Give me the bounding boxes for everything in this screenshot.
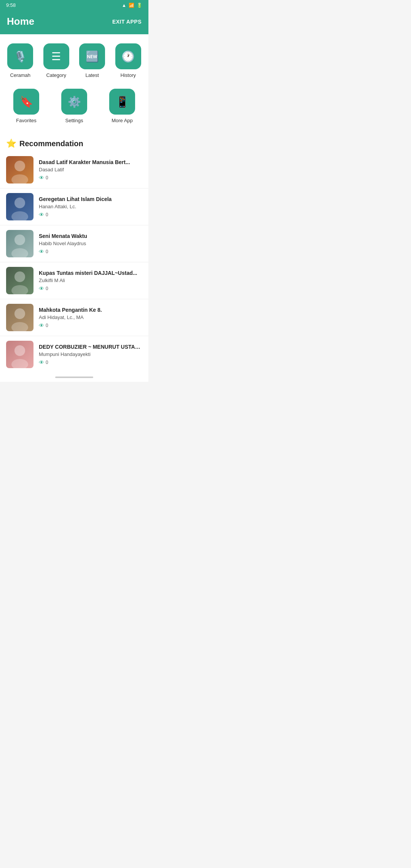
list-author-3: Zulkifli M Ali (39, 278, 142, 283)
menu-item-category[interactable]: ☰ Category (39, 40, 74, 81)
list-title-3: Kupas Tuntas misteri DAJJAL~Ustad... (39, 270, 142, 276)
exit-apps-button[interactable]: EXIT APPS (112, 19, 142, 25)
svg-point-3 (11, 211, 28, 220)
eye-icon-3: 👁 (39, 286, 44, 292)
category-label: Category (46, 72, 66, 78)
svg-point-9 (11, 322, 28, 331)
list-info-4: Mahkota Pengantin Ke 8. Adi Hidayat, Lc.… (39, 307, 142, 329)
svg-point-4 (14, 235, 25, 245)
svg-point-8 (14, 308, 25, 319)
view-count-2: 0 (46, 249, 48, 254)
history-label: History (121, 72, 136, 78)
settings-label: Settings (65, 118, 83, 123)
status-time: 9:58 (6, 2, 16, 8)
star-icon: ⭐ (6, 139, 16, 148)
list-author-4: Adi Hidayat, Lc., MA (39, 314, 142, 320)
view-count-0: 0 (46, 175, 48, 180)
recommendation-list: Dasad Latif Karakter Manusia Bert... Das… (0, 152, 148, 373)
list-info-0: Dasad Latif Karakter Manusia Bert... Das… (39, 159, 142, 181)
list-item-5[interactable]: DEDY CORBUZIER ~ MENURUT USTADZ... Mumpu… (0, 336, 148, 373)
menu-item-latest[interactable]: 🆕 Latest (75, 40, 110, 81)
list-title-4: Mahkota Pengantin Ke 8. (39, 307, 142, 313)
recommendation-title: Recommendation (19, 139, 83, 148)
view-count-5: 0 (46, 360, 48, 365)
settings-icon-box: ⚙️ (61, 89, 87, 115)
list-thumb-3 (6, 267, 33, 294)
menu-item-history[interactable]: 🕐 History (111, 40, 146, 81)
view-count-1: 0 (46, 212, 48, 217)
list-item-2[interactable]: Seni Menata Waktu Habib Novel Alaydrus 👁… (0, 225, 148, 262)
list-views-1: 👁 0 (39, 212, 142, 218)
list-thumb-4 (6, 304, 33, 331)
svg-point-1 (11, 174, 28, 183)
list-author-0: Dasad Latif (39, 167, 142, 172)
list-title-2: Seni Menata Waktu (39, 233, 142, 239)
history-icon-box: 🕐 (115, 43, 141, 69)
menu-item-more-app[interactable]: 📱 More App (99, 86, 145, 126)
recommendation-section-header: ⭐ Recommendation (0, 132, 148, 152)
latest-label: Latest (86, 72, 99, 78)
list-item-4[interactable]: Mahkota Pengantin Ke 8. Adi Hidayat, Lc.… (0, 299, 148, 336)
wifi-icon: ▲ (122, 3, 126, 8)
eye-icon-4: 👁 (39, 322, 44, 329)
list-item-0[interactable]: Dasad Latif Karakter Manusia Bert... Das… (0, 152, 148, 188)
list-views-5: 👁 0 (39, 359, 142, 365)
menu-item-ceramah[interactable]: 🎙️ Ceramah (3, 40, 38, 81)
list-info-3: Kupas Tuntas misteri DAJJAL~Ustad... Zul… (39, 270, 142, 292)
view-count-3: 0 (46, 286, 48, 291)
eye-icon-5: 👁 (39, 359, 44, 365)
eye-icon-1: 👁 (39, 212, 44, 218)
eye-icon-2: 👁 (39, 249, 44, 255)
list-info-2: Seni Menata Waktu Habib Novel Alaydrus 👁… (39, 233, 142, 255)
signal-icon: 📶 (129, 3, 134, 8)
svg-point-6 (14, 271, 25, 282)
list-title-5: DEDY CORBUZIER ~ MENURUT USTADZ... (39, 344, 142, 350)
latest-icon-box: 🆕 (79, 43, 105, 69)
status-icons: ▲ 📶 🔋 (122, 3, 142, 8)
header: Home EXIT APPS (0, 10, 148, 34)
list-thumb-2 (6, 230, 33, 257)
view-count-4: 0 (46, 323, 48, 328)
list-thumb-5 (6, 341, 33, 368)
list-title-1: Geregetan Lihat Islam Dicela (39, 196, 142, 202)
ceramah-label: Ceramah (10, 72, 30, 78)
list-author-1: Hanan Attaki, Lc. (39, 204, 142, 209)
list-views-4: 👁 0 (39, 322, 142, 329)
menu-row-1: 🎙️ Ceramah ☰ Category 🆕 Latest 🕐 History (0, 34, 148, 84)
list-item-3[interactable]: Kupas Tuntas misteri DAJJAL~Ustad... Zul… (0, 262, 148, 299)
page-title: Home (7, 16, 34, 27)
eye-icon-0: 👁 (39, 175, 44, 181)
more-app-icon-box: 📱 (109, 89, 135, 115)
svg-point-2 (14, 198, 25, 208)
list-thumb-0 (6, 156, 33, 183)
list-info-1: Geregetan Lihat Islam Dicela Hanan Attak… (39, 196, 142, 218)
more-app-label: More App (112, 118, 133, 123)
menu-row-2: 🔖 Favorites ⚙️ Settings 📱 More App (0, 84, 148, 132)
status-bar: 9:58 ▲ 📶 🔋 (0, 0, 148, 10)
list-author-5: Mumpuni Handayayekti (39, 351, 142, 357)
favorites-icon-box: 🔖 (13, 89, 39, 115)
svg-point-0 (14, 161, 25, 171)
menu-item-settings[interactable]: ⚙️ Settings (51, 86, 97, 126)
battery-icon: 🔋 (137, 3, 142, 8)
svg-point-11 (11, 359, 28, 368)
svg-point-5 (11, 248, 28, 257)
bottom-bar (0, 373, 148, 382)
list-views-2: 👁 0 (39, 249, 142, 255)
list-views-3: 👁 0 (39, 286, 142, 292)
list-item-1[interactable]: Geregetan Lihat Islam Dicela Hanan Attak… (0, 188, 148, 225)
list-author-2: Habib Novel Alaydrus (39, 241, 142, 246)
svg-point-7 (11, 285, 28, 294)
menu-item-favorites[interactable]: 🔖 Favorites (3, 86, 49, 126)
category-icon-box: ☰ (43, 43, 69, 69)
list-title-0: Dasad Latif Karakter Manusia Bert... (39, 159, 142, 165)
bottom-pill (55, 377, 93, 378)
ceramah-icon-box: 🎙️ (7, 43, 33, 69)
list-views-0: 👁 0 (39, 175, 142, 181)
list-thumb-1 (6, 193, 33, 220)
favorites-label: Favorites (16, 118, 36, 123)
list-info-5: DEDY CORBUZIER ~ MENURUT USTADZ... Mumpu… (39, 344, 142, 365)
svg-point-10 (14, 345, 25, 356)
